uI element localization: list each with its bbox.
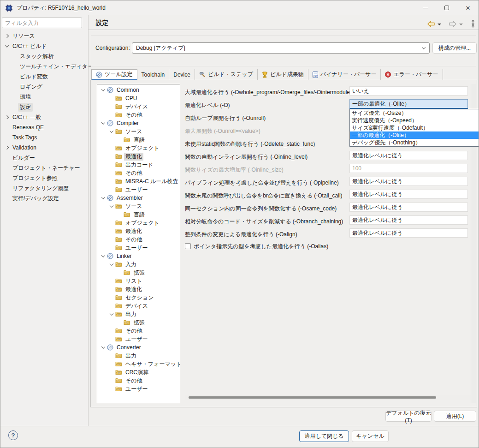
option-value-field[interactable]: 最適化レベルに従う — [349, 228, 468, 238]
filter-input[interactable] — [2, 18, 82, 28]
manage-configurations-button[interactable]: 構成の管理... — [432, 42, 477, 54]
sidebar-item-C/C++ ビルド[interactable]: C/C++ ビルド — [0, 41, 88, 51]
close-button[interactable]: ✕ — [457, 0, 479, 15]
option-value-field[interactable]: 最適化レベルに従う — [349, 151, 468, 160]
tool-tree-item-その他[interactable]: その他 — [97, 376, 180, 385]
chevron-expanded-icon[interactable] — [108, 263, 115, 266]
tool-tree-item-デバイス[interactable]: デバイス — [97, 302, 180, 310]
tool-tree-item-ユーザー[interactable]: ユーザー — [97, 385, 180, 393]
tool-tree-item-オブジェクト[interactable]: オブジェクト — [97, 219, 180, 227]
help-icon[interactable]: ? — [8, 430, 18, 440]
tab-エラー・パーサー[interactable]: エラー・パーサー — [381, 69, 443, 80]
option-value-field[interactable]: 最適化レベルに従う — [349, 215, 468, 225]
horizontal-scrollbar-thumb[interactable] — [189, 396, 436, 399]
dropdown-option[interactable]: 実行速度優先（-Ospeed） — [350, 117, 479, 124]
option-value-field[interactable]: 100 — [349, 164, 468, 173]
sidebar-item-リソース[interactable]: リソース — [0, 31, 88, 41]
dropdown-option[interactable]: デバッグ優先（-Onothing） — [350, 139, 479, 146]
tool-tree-item-言語[interactable]: 言語 — [97, 210, 180, 219]
tool-tree-item-オブジェクト[interactable]: オブジェクト — [97, 144, 180, 152]
chevron-expanded-icon[interactable] — [108, 205, 115, 208]
configuration-combo[interactable]: Debug [アクティブ] — [132, 42, 430, 54]
tool-tree-item-CRC演算[interactable]: CRC演算 — [97, 368, 180, 376]
tab-バイナリー・パーサー[interactable]: 010バイナリー・パーサー — [308, 69, 381, 80]
tool-tree-item-ユーザー[interactable]: ユーザー — [97, 185, 180, 194]
view-menu-icon[interactable] — [471, 20, 475, 29]
dropdown-option[interactable]: サイズ優先（-Osize） — [350, 109, 479, 117]
tool-tree-item-最適化[interactable]: 最適化 — [97, 227, 180, 235]
chevron-expanded-icon[interactable] — [108, 130, 115, 133]
sidebar-item-設定[interactable]: 設定 — [0, 102, 88, 112]
tool-tree-item-言語[interactable]: 言語 — [97, 136, 180, 144]
tool-tree-item-CPU[interactable]: CPU — [97, 94, 180, 102]
tool-tree-item-ユーザー[interactable]: ユーザー — [97, 244, 180, 252]
chevron-expanded-icon[interactable] — [100, 122, 107, 125]
tool-tree-item-出力[interactable]: 出力 — [97, 310, 180, 318]
chevron-expanded-icon[interactable] — [100, 89, 107, 91]
option-value-field[interactable]: 最適化レベルに従う — [349, 190, 468, 199]
minimize-button[interactable] — [415, 0, 436, 15]
tool-tree-item-Converter[interactable]: Converter — [97, 343, 180, 352]
sidebar-item-Renesas QE[interactable]: Renesas QE — [0, 122, 88, 132]
back-icon[interactable] — [427, 21, 435, 29]
tab-ビルド成果物[interactable]: ビルド成果物 — [258, 69, 308, 80]
cancel-button[interactable]: キャンセル — [352, 430, 389, 442]
forward-history-caret[interactable] — [459, 24, 463, 25]
tool-tree-item-その他[interactable]: その他 — [97, 169, 180, 177]
apply-and-close-button[interactable]: 適用して閉じる — [299, 430, 349, 442]
back-history-caret[interactable] — [438, 24, 441, 25]
tool-tree-item-ヘキサ・フォーマット[interactable]: ヘキサ・フォーマット — [97, 360, 180, 368]
tool-tree-item-最適化[interactable]: 最適化 — [97, 285, 180, 293]
chevron-collapsed-icon[interactable] — [3, 35, 11, 37]
chevron-expanded-icon[interactable] — [100, 197, 107, 199]
sidebar-item-ロギング[interactable]: ロギング — [0, 82, 88, 92]
tool-tree-item-Common[interactable]: Common — [97, 86, 180, 94]
tab-ツール設定[interactable]: ツール設定 — [91, 69, 137, 80]
forward-icon[interactable] — [449, 21, 457, 29]
tool-tree-item-その他[interactable]: その他 — [97, 111, 180, 119]
tool-tree-item-ソース[interactable]: ソース — [97, 127, 180, 136]
tool-tree-item-その他[interactable]: その他 — [97, 327, 180, 335]
sidebar-item-プロジェクト参照[interactable]: プロジェクト参照 — [0, 173, 88, 183]
sidebar-item-ツールチェイン・エディター[interactable]: ツールチェイン・エディター — [0, 61, 88, 72]
chevron-expanded-icon[interactable] — [3, 45, 11, 48]
chevron-expanded-icon[interactable] — [100, 346, 107, 349]
tool-tree-item-出力[interactable]: 出力 — [97, 352, 180, 360]
sidebar-item-リファクタリング履歴[interactable]: リファクタリング履歴 — [0, 183, 88, 193]
tab-Toolchain[interactable]: Toolchain — [137, 69, 170, 80]
option-value-field[interactable]: 最適化レベルに従う — [349, 177, 468, 186]
tool-tree-item-拡張[interactable]: 拡張 — [97, 269, 180, 277]
chevron-expanded-icon[interactable] — [100, 255, 107, 257]
chevron-collapsed-icon[interactable] — [3, 146, 11, 149]
option-value-field[interactable]: いいえ — [349, 86, 468, 96]
tab-ビルド・ステップ[interactable]: ビルド・ステップ — [195, 69, 258, 80]
tool-tree-item-Assembler[interactable]: Assembler — [97, 194, 180, 202]
tab-Device[interactable]: Device — [169, 69, 195, 80]
sidebar-item-スタック解析[interactable]: スタック解析 — [0, 51, 88, 61]
tool-tree-item-デバイス[interactable]: デバイス — [97, 102, 180, 111]
tool-tree-item-入力[interactable]: 入力 — [97, 260, 180, 269]
tool-tree-item-出力コード[interactable]: 出力コード — [97, 161, 180, 169]
optimization-level-combo[interactable]: 一部の最適化（-Olite） — [349, 99, 468, 109]
sidebar-item-ビルダー[interactable]: ビルダー — [0, 153, 88, 163]
sidebar-item-環境[interactable]: 環境 — [0, 92, 88, 102]
option-value-field[interactable]: 最適化レベルに従う — [349, 203, 468, 212]
alias-optimization-checkbox[interactable] — [185, 243, 191, 249]
sidebar-item-C/C++ 一般[interactable]: C/C++ 一般 — [0, 112, 88, 122]
maximize-button[interactable] — [436, 0, 457, 15]
tool-tree-item-セクション[interactable]: セクション — [97, 293, 180, 302]
sidebar-item-プロジェクト・ネーチャー[interactable]: プロジェクト・ネーチャー — [0, 163, 88, 173]
sidebar-item-Validation[interactable]: Validation — [0, 143, 88, 153]
tool-tree-item-MISRA-C ルール検査[interactable]: MISRA-C ルール検査 — [97, 177, 180, 185]
sidebar-item-実行/デバッグ設定[interactable]: 実行/デバッグ設定 — [0, 193, 88, 203]
tool-tree-item-Compiler[interactable]: Compiler — [97, 119, 180, 127]
sidebar-item-ビルド変数[interactable]: ビルド変数 — [0, 72, 88, 82]
tool-tree-item-拡張[interactable]: 拡張 — [97, 318, 180, 327]
tool-tree-item-その他[interactable]: その他 — [97, 235, 180, 244]
tool-tree-item-リスト[interactable]: リスト — [97, 277, 180, 285]
chevron-expanded-icon[interactable] — [108, 313, 115, 316]
dropdown-option[interactable]: 一部の最適化（-Olite） — [350, 131, 479, 139]
sidebar-item-Task Tags[interactable]: Task Tags — [0, 132, 88, 143]
tool-tree-item-最適化[interactable]: 最適化 — [97, 152, 180, 161]
tool-tree-item-Linker[interactable]: Linker — [97, 252, 180, 260]
